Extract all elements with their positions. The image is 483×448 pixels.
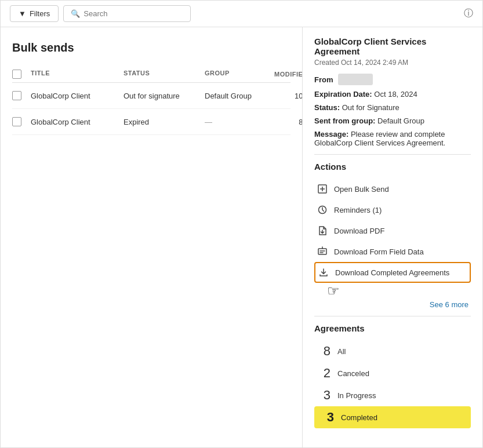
search-box: 🔍 — [63, 5, 191, 22]
agreements-divider — [314, 316, 471, 316]
reminders-icon — [317, 204, 328, 216]
row-title-1: GlobalCorp Client — [31, 92, 124, 100]
status-field: Status: Out for Signature — [314, 103, 471, 112]
agreements-title: Agreements — [314, 323, 471, 333]
table-row[interactable]: GlobalCorp Client Expired — 8/25/2024 — [12, 109, 290, 135]
download-pdf-icon — [317, 225, 328, 236]
right-panel: GlobalCorp Client Services Agreement Cre… — [303, 27, 482, 447]
row-status-1: Out for signature — [124, 92, 205, 100]
message-field: Message: Please review and complete Glob… — [314, 130, 471, 147]
row-status-2: Expired — [124, 118, 205, 126]
open-bulk-send-icon — [317, 183, 328, 195]
from-avatar — [338, 74, 373, 85]
action-open-bulk-send[interactable]: Open Bulk Send — [314, 179, 471, 199]
action-download-completed[interactable]: Download Completed Agreements — [314, 262, 471, 283]
detail-created: Created Oct 14, 2024 2:49 AM — [314, 59, 471, 67]
row-title-2: GlobalCorp Client — [31, 118, 124, 126]
search-input[interactable] — [83, 9, 183, 18]
reminders-label: Reminders (1) — [334, 206, 382, 214]
open-bulk-send-label: Open Bulk Send — [334, 185, 389, 194]
download-form-field-icon — [317, 246, 328, 257]
download-pdf-label: Download PDF — [334, 227, 384, 235]
col-header-title: TITLE — [31, 70, 124, 79]
row-date-2: 8/25/2024 — [274, 118, 303, 126]
select-all-checkbox[interactable] — [12, 70, 31, 79]
agreement-count-all: 8 — [317, 344, 331, 359]
cursor-hand-icon: ☞ — [327, 283, 340, 299]
info-icon[interactable]: ⓘ — [464, 8, 473, 20]
toolbar: ▼ Filters 🔍 ⓘ — [1, 1, 482, 27]
agreement-row-inprogress[interactable]: 3 In Progress — [314, 384, 471, 406]
col-header-status: STATUS — [124, 70, 205, 79]
actions-title: Actions — [314, 162, 471, 172]
row-group-2: — — [205, 118, 274, 126]
left-panel: Bulk sends TITLE STATUS GROUP MODIFIED ↓ — [1, 27, 303, 447]
action-reminders[interactable]: Reminders (1) — [314, 199, 471, 220]
main-content: Bulk sends TITLE STATUS GROUP MODIFIED ↓ — [1, 27, 482, 447]
row-date-1: 10/14/2024 — [274, 92, 303, 100]
agreement-row-canceled[interactable]: 2 Canceled — [314, 362, 471, 384]
agreement-row-completed[interactable]: 3 Completed — [314, 406, 471, 428]
agreement-row-all[interactable]: 8 All — [314, 340, 471, 362]
page-title: Bulk sends — [12, 41, 290, 54]
sent-from-value: Default Group — [377, 116, 424, 125]
download-completed-icon — [318, 267, 329, 278]
table-row[interactable]: GlobalCorp Client Out for signature Defa… — [12, 83, 290, 109]
row-checkbox-2[interactable] — [12, 117, 31, 126]
agreement-label-inprogress: In Progress — [337, 391, 376, 400]
row-group-1: Default Group — [205, 92, 274, 100]
table-header: TITLE STATUS GROUP MODIFIED ↓ — [12, 66, 290, 83]
col-header-group: GROUP — [205, 70, 274, 79]
detail-title: GlobalCorp Client Services Agreement — [314, 37, 471, 56]
row-checkbox-1[interactable] — [12, 91, 31, 100]
agreement-label-canceled: Canceled — [337, 369, 369, 378]
agreement-count-completed: 3 — [320, 410, 334, 425]
agreement-label-all: All — [337, 347, 346, 356]
expiration-field: Expiration Date: Oct 18, 2024 — [314, 90, 471, 99]
download-form-field-label: Download Form Field Data — [334, 247, 424, 256]
from-row: From — [314, 74, 471, 85]
agreement-label-completed: Completed — [341, 413, 377, 422]
from-label: From — [314, 75, 333, 84]
agreement-count-inprogress: 3 — [317, 388, 331, 403]
col-header-modified[interactable]: MODIFIED ↓ — [274, 70, 303, 79]
filter-label: Filters — [30, 9, 50, 18]
filter-icon: ▼ — [19, 9, 26, 18]
sent-from-field: Sent from group: Default Group — [314, 116, 471, 125]
expiration-value: Oct 18, 2024 — [374, 90, 417, 99]
agreement-count-canceled: 2 — [317, 366, 331, 381]
action-download-pdf[interactable]: Download PDF — [314, 220, 471, 241]
status-value: Out for Signature — [342, 103, 400, 112]
svg-rect-2 — [318, 249, 326, 254]
search-icon: 🔍 — [71, 9, 80, 18]
divider — [314, 154, 471, 155]
filter-button[interactable]: ▼ Filters — [10, 5, 59, 22]
action-download-form-field[interactable]: Download Form Field Data — [314, 241, 471, 262]
download-completed-label: Download Completed Agreements — [335, 268, 449, 277]
see-more-link[interactable]: See 6 more — [314, 300, 471, 309]
